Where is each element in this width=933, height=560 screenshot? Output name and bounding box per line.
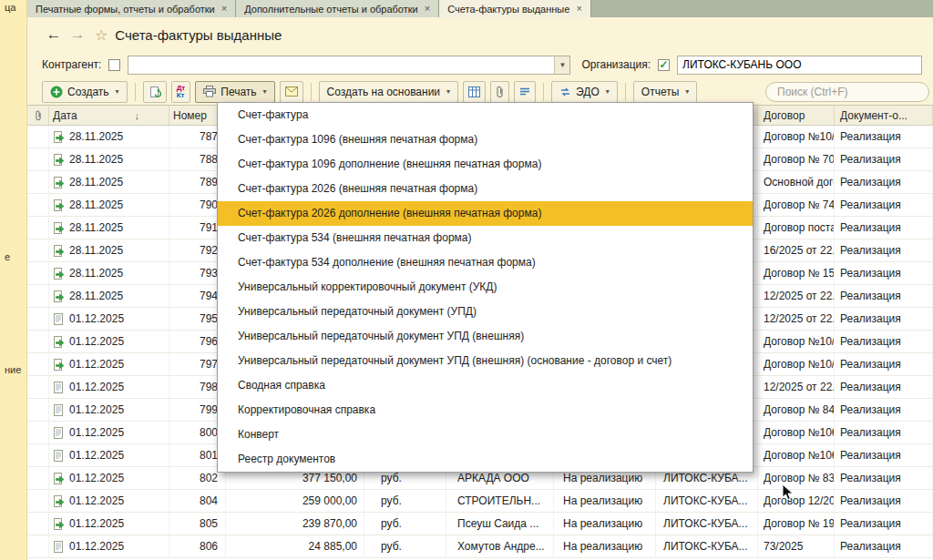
attach-cell [27, 239, 49, 261]
contract-column-header[interactable]: Договор [758, 106, 835, 125]
sum-cell: 24 885,00 [226, 535, 364, 557]
create-button[interactable]: Создать ▾ [42, 81, 128, 103]
attach-cell [27, 194, 49, 216]
print-button[interactable]: Печать ▾ [195, 81, 274, 103]
posted-doc-icon [53, 495, 65, 507]
contract-cell: Договор № 84/... [758, 399, 835, 421]
tab[interactable]: Счета-фактуры выданные× [439, 0, 591, 17]
print-menu-item[interactable]: Сводная справка [218, 373, 753, 398]
send-email-button[interactable] [280, 81, 303, 103]
printer-icon [203, 86, 216, 97]
number-cell: 806 [169, 535, 226, 557]
contract-cell: Договор поста... [758, 217, 835, 239]
edo-exchange-icon [559, 87, 571, 97]
print-menu-item[interactable]: Счет-фактура 2026 (внешняя печатная форм… [218, 177, 753, 201]
tab-close-icon[interactable]: × [425, 4, 430, 14]
tab-close-icon[interactable]: × [576, 4, 581, 14]
organization-field[interactable] [677, 56, 922, 75]
date-cell: 01.12.2025 [49, 308, 169, 330]
attach-cell [27, 285, 49, 307]
document-column-header[interactable]: Документ-о... [835, 106, 933, 125]
date-cell: 01.12.2025 [49, 422, 169, 443]
edo-button[interactable]: ЭДО ▾ [551, 81, 618, 103]
attach-cell [27, 535, 49, 557]
print-menu-item[interactable]: Универсальный передаточный документ УПД … [218, 349, 753, 373]
print-menu-item[interactable]: Счет-фактура 2026 дополнение (внешняя пе… [218, 201, 753, 226]
attach-column-header[interactable] [27, 106, 49, 125]
tab[interactable]: Дополнительные отчеты и обработки× [236, 0, 439, 17]
print-menu-item[interactable]: Счет-фактура 1096 (внешняя печатная форм… [218, 127, 753, 152]
envelope-icon [285, 87, 298, 97]
export-table-button[interactable] [463, 81, 486, 103]
date-value: 28.11.2025 [69, 267, 123, 280]
attach-cell [27, 467, 49, 489]
print-menu-item[interactable]: Универсальный передаточный документ УПД … [218, 324, 753, 349]
document-cell: Реализация [835, 490, 933, 512]
attach-cell [27, 490, 49, 512]
date-value: 01.12.2025 [69, 335, 124, 348]
toolbar: Создать ▾ Дт Кт Печать ▾ [27, 78, 933, 105]
posted-doc-icon [53, 290, 65, 302]
tab-label: Счета-фактуры выданные [447, 4, 569, 15]
tab[interactable]: Печатные формы, отчеты и обработки× [27, 0, 236, 17]
print-menu-item[interactable]: Универсальный передаточный документ (УПД… [218, 300, 753, 324]
show-postings-button[interactable]: Дт Кт [171, 81, 191, 103]
left-panel-edge: ца е ние [0, 0, 27, 560]
organization-input[interactable] [678, 56, 921, 74]
date-cell: 28.11.2025 [49, 148, 169, 170]
copy-document-icon [149, 86, 161, 98]
attach-cell [27, 444, 49, 466]
print-menu-item[interactable]: Счет-фактура 1096 дополнение (внешняя пе… [218, 152, 753, 177]
document-header-label: Документ-о... [840, 109, 907, 122]
copy-document-button[interactable] [143, 81, 167, 103]
date-column-header[interactable]: Дата ↓ [49, 106, 169, 125]
search-input[interactable] [765, 82, 929, 102]
organization-checkbox[interactable]: ✓ [658, 59, 670, 71]
document-cell: Реализация [835, 467, 933, 489]
chevron-down-icon: ▾ [116, 87, 119, 96]
print-menu-item[interactable]: Корректировочная справка [218, 398, 753, 423]
print-menu-item[interactable]: Конверт [218, 423, 753, 447]
document-cell: Реализация [835, 422, 933, 443]
chevron-down-icon: ▼ [559, 61, 566, 69]
favorite-star-icon[interactable]: ☆ [95, 26, 108, 44]
counterparty-checkbox[interactable] [108, 59, 120, 71]
reports-button[interactable]: Отчеты ▾ [633, 81, 698, 103]
counterparty-cell: СТРОИТЕЛЬН... [446, 490, 554, 512]
attach-cell [27, 513, 49, 535]
contract-cell: 16/2025 от 22.1... [758, 239, 835, 261]
print-menu-item[interactable]: Счет-фактура [218, 103, 753, 127]
create-based-on-button[interactable]: Создать на основании ▾ [319, 81, 459, 103]
print-menu-item[interactable]: Счет-фактура 534 (внешняя печатная форма… [218, 226, 753, 250]
contract-cell: Договор 12/202... [758, 490, 835, 512]
date-value: 28.11.2025 [69, 176, 123, 188]
counterparty-input[interactable] [128, 56, 554, 74]
forward-button[interactable]: → [66, 25, 89, 44]
posted-doc-icon [53, 131, 65, 143]
app-window: ца е ние Печатные формы, отчеты и обрабо… [0, 0, 933, 560]
print-menu-item[interactable]: Счет-фактура 534 дополнение (внешняя печ… [218, 250, 753, 275]
attachments-button[interactable] [490, 81, 509, 103]
chevron-down-icon: ▾ [446, 87, 450, 96]
paperclip-icon [496, 86, 504, 98]
print-menu-item[interactable]: Реестр документов [218, 447, 753, 472]
date-cell: 28.11.2025 [49, 285, 169, 307]
contract-cell: 12/2025 от 22.1... [758, 376, 835, 398]
table-row[interactable]: 01.12.2025804259 000,00руб.СТРОИТЕЛЬН...… [27, 490, 933, 513]
kt-label: Кт [177, 92, 186, 99]
sum-cell: 239 870,00 [226, 513, 364, 535]
table-row[interactable]: 01.12.2025805239 870,00руб.Псеуш Саида .… [27, 513, 933, 535]
print-menu-item[interactable]: Универсальный корректировочный документ … [218, 275, 753, 300]
contract-cell: Договор №10/2... [758, 331, 835, 352]
date-header-label: Дата [53, 109, 77, 122]
document-cell: Реализация [835, 513, 933, 535]
toolbar-separator [135, 83, 136, 101]
table-row[interactable]: 01.12.202580624 885,00руб.Хомутов Андре.… [27, 535, 933, 558]
report-button[interactable] [514, 81, 536, 103]
counterparty-dropdown-button[interactable]: ▼ [554, 56, 569, 74]
tab-close-icon[interactable]: × [221, 4, 227, 14]
edo-button-label: ЭДО [576, 86, 600, 98]
create-based-on-label: Создать на основании [327, 86, 441, 98]
counterparty-field[interactable]: ▼ [128, 56, 570, 75]
back-button[interactable]: ← [42, 25, 66, 44]
